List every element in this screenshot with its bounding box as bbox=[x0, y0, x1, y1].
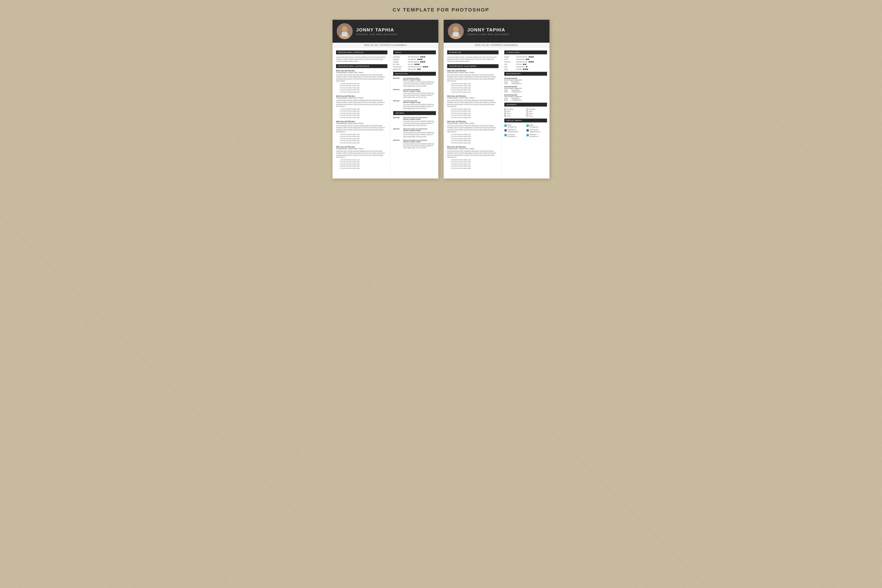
cv1-exp4-job: Write Your Job Title Here bbox=[336, 146, 387, 148]
cv1-skills: Photoshop Illustrato bbox=[393, 56, 436, 70]
skill-illustrator: Illustrator bbox=[393, 58, 436, 60]
list-item: 2. Ut enim ad minim veniam, quis bbox=[449, 135, 498, 138]
cv2-exp3-desc: Lorem ipsum dolor sit amet, consectetur … bbox=[447, 125, 498, 133]
lang-arab: Arab bbox=[504, 66, 547, 68]
list-item: 2. Ut enim ad minim veniam, quis bbox=[338, 110, 387, 112]
cv2-exp3-company: Company Name | Location | 2000 - Present bbox=[447, 122, 498, 124]
cv2-name-block: JONNY TAPHIA GRAPHIC AND WEB DESIGNER bbox=[467, 27, 545, 36]
ref-email-label: Email bbox=[504, 83, 510, 84]
cv2-exp2-job: Write Your Job Title Here bbox=[447, 95, 498, 97]
interest-label: Music bbox=[529, 115, 533, 117]
list-item: 3. Ut enim ad minim veniam, quis bbox=[449, 138, 498, 140]
ref-email-val: : emailyour@com bbox=[511, 99, 522, 101]
cv1-profile-text: Lorem ipsum dolor sit amet, consectetur … bbox=[336, 56, 387, 63]
cv2-body: EXPERTIZE Lorem ipsum dolor sit amet, co… bbox=[444, 48, 549, 174]
list-item: 1. Ut enim ad minim veniam, quis bbox=[338, 134, 387, 135]
interest-sport-1: Sport bbox=[504, 111, 525, 112]
list-item: 4. Ut enim ad minim veniam, quis bbox=[338, 114, 387, 116]
cv1-exp3-desc: Lorem ipsum dolor sit amet, consectetur … bbox=[336, 125, 387, 133]
cv2-exp-header: EXPERIENCE CONTINUED bbox=[447, 64, 498, 68]
list-item: 5. Ut enim ad minim veniam, quis bbox=[449, 167, 498, 170]
ref-phone: Phone : 0123456789 bbox=[504, 81, 547, 83]
cv1-exp-item-1: Write Your Job Title Here Company Name |… bbox=[336, 70, 387, 93]
ref-email-val: : emailyour@com bbox=[511, 91, 522, 93]
lang-japan: Japan bbox=[504, 69, 547, 70]
list-item: 3. Ut enim ad minim veniam, quis bbox=[338, 112, 387, 114]
cv1-title: GRAPHIC AND WEB DESIGNER bbox=[356, 33, 434, 36]
list-item: 5. Ut enim ad minim veniam, quis bbox=[338, 91, 387, 93]
svg-rect-3 bbox=[342, 32, 348, 36]
cv1-award-1: 2000-2020 Write your awards our achievem… bbox=[393, 117, 436, 126]
cv2-exp-item-4: Write Your Job Title Here Company Name |… bbox=[447, 146, 498, 170]
edu-details: Juel University, Canada Bacelor in graph… bbox=[404, 78, 436, 87]
checkbox-icon bbox=[504, 113, 506, 114]
award-details: Write your awards our achievement Bacelo… bbox=[404, 117, 436, 126]
interest-label: Photo bbox=[529, 113, 533, 114]
social-facebook-2: f Facebook.comyourfacebook.com bbox=[526, 129, 547, 133]
ref-pos: Senior Designer Capital at Inc bbox=[504, 96, 547, 98]
list-item: 4. Ut enim ad minim veniam, quis bbox=[338, 140, 387, 142]
cv1-exp4-company: Company Name | Location | 2000 - Present bbox=[336, 148, 387, 149]
list-item: 1. Ut enim ad minim veniam, quis bbox=[449, 159, 498, 161]
edu-desc: Lorem ipsum dolor sit amet, consectetur … bbox=[404, 92, 436, 98]
skill-photoshop: Photoshop bbox=[393, 56, 436, 58]
svg-rect-7 bbox=[453, 32, 459, 36]
social-skype-1: S Skypeyourskype.com bbox=[504, 124, 525, 128]
cv1-exp1-job: Write Your Job Title Here bbox=[336, 70, 387, 72]
checkbox-icon bbox=[504, 115, 506, 117]
skill-dreamweaver: Dreamweaver bbox=[393, 66, 436, 68]
ref-email-label: Email bbox=[504, 99, 510, 101]
cv2-exp2-list: 1. Ut enim ad minim veniam, quis 2. Ut e… bbox=[447, 108, 498, 118]
cv1-edu-3: 2000-2020 Juel University, USA Bacelor i… bbox=[393, 100, 436, 110]
interest-photo-2: Photo bbox=[526, 113, 547, 114]
list-item: 4. Ut enim ad minim veniam, quis bbox=[338, 165, 387, 167]
cv1-exp4-desc: Lorem ipsum dolor sit amet, consectetur … bbox=[336, 150, 387, 158]
ref-name: Gerrrard Kamuchi bbox=[504, 78, 547, 79]
cv1-exp-item-2: Write Your Job Title Here Company Name |… bbox=[336, 95, 387, 118]
cv2-ref-header: REFERENCES bbox=[504, 72, 547, 76]
social-text: Twitter.comyourtwitter.com bbox=[508, 134, 516, 137]
list-item: 1. Ut enim ad minim veniam, quis bbox=[449, 134, 498, 135]
lang-label: Italy bbox=[504, 63, 515, 65]
facebook-icon: f bbox=[526, 129, 529, 132]
lang-label: Germany bbox=[504, 61, 515, 63]
cv1-edu-1: 2000-2020 Juel University, Canada Bacelo… bbox=[393, 78, 436, 87]
skill-label: Dreamweaver bbox=[393, 66, 406, 68]
cv2-ref-3: Gerrrard Kamuchi Senior Designer Capital… bbox=[504, 94, 547, 101]
cv2-exp1-company: Company Name | Location | 2000 - Present bbox=[447, 72, 498, 73]
interest-sport-2: Sport bbox=[526, 111, 547, 112]
award-degree: Bacelor in graphic design bbox=[404, 130, 436, 131]
award-year: 2000-2020 bbox=[393, 128, 402, 138]
list-item: 4. Ut enim ad minim veniam, quis bbox=[449, 89, 498, 91]
cv2-expertize-text: Lorem ipsum dolor sit amet, consectetur … bbox=[447, 56, 498, 63]
cv2-exp4-job: Write Your Job Title Here bbox=[447, 146, 498, 148]
award-degree: Bacelor in graphic design bbox=[404, 118, 436, 120]
list-item: 2. Ut enim ad minim veniam, quis bbox=[449, 85, 498, 87]
cv2-exp3-list: 1. Ut enim ad minim veniam, quis 2. Ut e… bbox=[447, 134, 498, 144]
cv1-exp2-list: 1. Ut enim ad minim veniam, quis 2. Ut e… bbox=[336, 108, 387, 118]
cv1-awards-header: AWARDS bbox=[393, 111, 436, 115]
social-text: Skypeyourskype.com bbox=[530, 124, 538, 128]
lang-germany: Germany bbox=[504, 61, 547, 63]
list-item: 1. Ut enim ad minim veniam, quis bbox=[449, 108, 498, 110]
cv2-exp1-desc: Lorem ipsum dolor sit amet, consectetur … bbox=[447, 74, 498, 82]
cv-container: JONNY TAPHIA GRAPHIC AND WEB DESIGNER St… bbox=[326, 20, 556, 178]
cv2-exp1-job: Write Your Job Title Here bbox=[447, 70, 498, 72]
list-item: 3. Ut enim ad minim veniam, quis bbox=[449, 87, 498, 89]
cv1-photo bbox=[337, 23, 352, 39]
interest-label: Music bbox=[507, 115, 511, 117]
cv2-header: JONNY TAPHIA GRAPHIC AND WEB DESIGNER bbox=[444, 20, 549, 43]
cv2-left: EXPERTIZE Lorem ipsum dolor sit amet, co… bbox=[444, 48, 501, 174]
cv2-exp1-list: 1. Ut enim ad minim veniam, quis 2. Ut e… bbox=[447, 82, 498, 93]
cv1-exp2-job: Write Your Job Title Here bbox=[336, 95, 387, 97]
edu-details: Juel University, England Bacelor in grap… bbox=[404, 89, 436, 98]
social-text: Twitter.comyourtwitter.com bbox=[530, 134, 538, 137]
lang-italy: Italy bbox=[504, 63, 547, 65]
ref-email: Email : emailyour@com bbox=[504, 83, 547, 84]
cv1-award-2: 2000-2020 Write your awards our achievem… bbox=[393, 128, 436, 138]
cv2-interest-header: INTEREST bbox=[504, 103, 547, 106]
cv1-left: PROFESIONAL PROFILE Lorem ipsum dolor si… bbox=[333, 48, 390, 174]
edu-desc: Lorem ipsum dolor sit amet, consectetur … bbox=[404, 104, 436, 110]
ref-phone-label: Phone bbox=[504, 90, 510, 91]
interest-label: Travelling bbox=[507, 108, 513, 110]
